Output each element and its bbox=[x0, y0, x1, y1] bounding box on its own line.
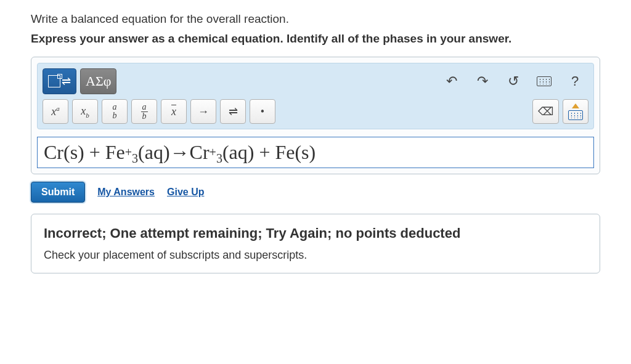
undo-button[interactable]: ↶ bbox=[438, 68, 465, 94]
reversible-icon: ⇌ bbox=[62, 75, 71, 88]
eq-part: Cr(s) + Fe bbox=[44, 141, 125, 164]
keyboard-icon bbox=[537, 76, 552, 86]
frame-icon bbox=[48, 75, 60, 87]
my-answers-link[interactable]: My Answers bbox=[97, 187, 155, 198]
reset-icon: ↺ bbox=[508, 73, 519, 89]
superscript-button[interactable]: xa bbox=[43, 99, 68, 124]
keyboard-button[interactable] bbox=[531, 68, 558, 94]
chemistry-mode-button[interactable]: ⇌ bbox=[43, 68, 76, 94]
fraction-button[interactable]: ab bbox=[131, 99, 157, 124]
eq-part: (aq) + Fe(s) bbox=[222, 141, 316, 164]
equation-input[interactable]: Cr(s) + Fe + 3 (aq)→Cr + 3 (aq) + Fe(s) bbox=[37, 137, 594, 168]
eq-part: (aq)→Cr bbox=[138, 141, 210, 164]
question-prompt: Write a balanced equation for the overal… bbox=[31, 12, 600, 26]
stacked-button[interactable]: ab bbox=[102, 99, 128, 124]
eq-sub: 3 bbox=[132, 152, 138, 166]
action-row: Submit My Answers Give Up bbox=[31, 179, 600, 214]
dot-button[interactable]: • bbox=[250, 99, 275, 124]
redo-icon: ↷ bbox=[477, 73, 488, 89]
equation-editor: ⇌ ΑΣφ ↶ ↷ ↺ ? xa xb ab ab x → ⇌ • ⌫ bbox=[31, 57, 600, 174]
feedback-box: Incorrect; One attempt remaining; Try Ag… bbox=[31, 214, 600, 273]
feedback-hint: Check your placement of subscripts and s… bbox=[44, 249, 587, 262]
eq-sup: + bbox=[125, 145, 132, 160]
toolbar: ⇌ ΑΣφ ↶ ↷ ↺ ? xa xb ab ab x → ⇌ • ⌫ bbox=[37, 63, 594, 129]
give-up-link[interactable]: Give Up bbox=[167, 187, 204, 198]
backspace-button[interactable]: ⌫ bbox=[532, 99, 559, 124]
feedback-title: Incorrect; One attempt remaining; Try Ag… bbox=[44, 225, 587, 241]
undo-icon: ↶ bbox=[446, 73, 457, 89]
question-emphasis: Express your answer as a chemical equati… bbox=[31, 32, 600, 46]
arrow-right-button[interactable]: → bbox=[190, 99, 216, 124]
redo-button[interactable]: ↷ bbox=[469, 68, 496, 94]
submit-button[interactable]: Submit bbox=[31, 182, 85, 203]
reset-button[interactable]: ↺ bbox=[500, 68, 527, 94]
subscript-button[interactable]: xb bbox=[72, 99, 98, 124]
help-icon: ? bbox=[571, 73, 579, 89]
xbar-button[interactable]: x bbox=[161, 99, 187, 124]
help-button[interactable]: ? bbox=[561, 68, 588, 94]
special-keyboard-button[interactable] bbox=[563, 99, 588, 124]
eq-sub: 3 bbox=[216, 152, 222, 166]
keyboard-icon bbox=[568, 110, 583, 120]
up-triangle-icon bbox=[572, 103, 579, 108]
eq-sup: + bbox=[210, 145, 216, 160]
greek-symbols-button[interactable]: ΑΣφ bbox=[80, 68, 116, 94]
backspace-icon: ⌫ bbox=[538, 105, 553, 118]
reversible-button[interactable]: ⇌ bbox=[220, 99, 246, 124]
